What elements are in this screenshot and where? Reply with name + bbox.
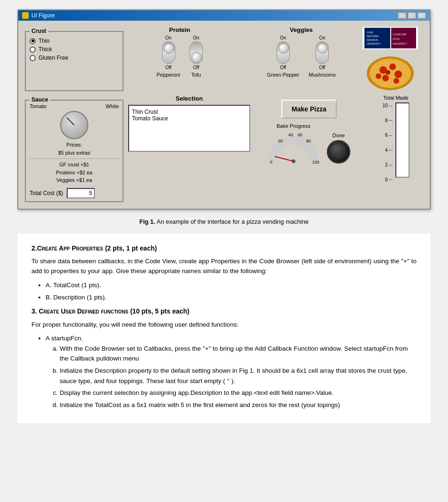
svg-text:80: 80 (306, 139, 311, 143)
veggies-header: Veggies (250, 26, 353, 33)
toggle-mush-off: Off (319, 65, 325, 70)
selection-line1: Thin Crust (132, 109, 247, 115)
toggle-pepperoni[interactable]: On Off (162, 35, 175, 70)
tick-mark-8 (389, 120, 393, 121)
selection-box[interactable]: Thin Crust Tomato Sauce (128, 105, 250, 152)
section2-heading: Create App Properties (37, 244, 103, 252)
topping-pepperoni: On Off Pepperoni (156, 35, 180, 78)
svg-point-25 (292, 159, 295, 163)
svg-text:STATE: STATE (393, 38, 400, 40)
tick-label-0: 0 (385, 178, 388, 182)
ruler-ticks: 10 8 6 4 (382, 102, 393, 182)
svg-point-10 (370, 59, 411, 88)
protein-toggles: On Off Pepperoni (128, 35, 231, 78)
price-line3: GF crust +$1 (30, 161, 119, 169)
window-title: UI Figure (31, 12, 54, 19)
sauce-white-label: White (106, 103, 119, 109)
crust-thin-label: Thin (39, 38, 49, 44)
sauce-panel: Sauce Tomato White Prices: $5 plus extra… (25, 100, 124, 202)
tick-label-4: 4 (385, 148, 388, 153)
ui-window: UI Figure — □ ✕ Crust Thin Thic (17, 9, 431, 210)
total-cost-label: Total Cost ($) (30, 190, 63, 196)
toggle-green-pepper[interactable]: On Off (277, 35, 290, 70)
price-line1: Prices: (30, 141, 119, 149)
titlebar-buttons: — □ ✕ (398, 12, 426, 19)
logo-box: CASE WESTERN RESERVE UNIVERSITY CLEVELAN… (362, 26, 418, 50)
sauce-label-row: Tomato White (30, 103, 119, 109)
section2-body: To share data between callbacks, in the … (31, 256, 417, 276)
sauce-label: Sauce (30, 96, 50, 103)
protein-header: Protein (128, 26, 231, 33)
topping-mush-name: Mushrooms (309, 72, 335, 78)
svg-line-24 (275, 157, 294, 161)
document-body: 2.Create App Properties (2 pts, 1 pt eac… (17, 234, 431, 424)
pizza-image (364, 54, 416, 91)
svg-text:CASE: CASE (367, 31, 373, 34)
titlebar-title: UI Figure (22, 12, 54, 19)
section3-title: 3. Create User Defined functions (10 pts… (31, 306, 417, 316)
toggle-mush-body[interactable] (316, 41, 329, 64)
radio-thick[interactable] (30, 47, 36, 53)
section2-item-b-label: B. (46, 294, 54, 301)
ruler-bar (395, 102, 409, 178)
svg-point-16 (394, 78, 399, 84)
svg-text:UNIVERSITY: UNIVERSITY (393, 42, 407, 45)
tick-label-10: 10 (382, 103, 387, 108)
tick-label-8: 8 (385, 118, 388, 123)
toggle-tofu[interactable]: On Off (190, 35, 203, 70)
done-light (327, 140, 350, 164)
close-button[interactable]: ✕ (417, 12, 426, 19)
university-logo: CASE WESTERN RESERVE UNIVERSITY CLEVELAN… (364, 28, 416, 48)
topping-green-pepper: On Off Green Pepper (267, 35, 299, 78)
crust-option-thick[interactable]: Thick (30, 46, 119, 53)
crust-label: Crust (30, 28, 48, 34)
tick-mark-10 (389, 106, 393, 106)
section2-item-a-text: TotalCost (1 pts). (53, 282, 101, 289)
section2-item-b: B. Description (1 pts). (46, 292, 417, 303)
sauce-dial[interactable] (60, 111, 88, 139)
section2-item-a-label: A. (46, 282, 53, 289)
price-line2: $5 plus extras (30, 149, 119, 157)
section3-list: A startupFcn. With the Code Browser set … (46, 333, 417, 410)
tick-2: 2 (385, 163, 394, 167)
topping-tofu: On Off Tofu (190, 35, 203, 78)
radio-gluten[interactable] (30, 55, 36, 61)
prices-text: Prices: $5 plus extras GF crust +$1 Prot… (30, 141, 119, 184)
section3-sublist-a: With the Code Browser set to Callbacks, … (60, 344, 417, 410)
fig-text: An example of the interface for a pizza … (155, 218, 309, 225)
crust-option-thin[interactable]: Thin (30, 38, 119, 44)
make-pizza-button[interactable]: Make Pizza (281, 100, 337, 118)
price-line4: Proteins +$2 ea (30, 169, 119, 177)
toggle-tofu-body[interactable] (190, 41, 203, 64)
toggle-gp-on: On (280, 35, 286, 40)
radio-thin[interactable] (30, 38, 36, 44)
section3-sub-b: Initialize the Description property to t… (60, 366, 417, 386)
crust-option-gluten[interactable]: Gluten Free (30, 55, 119, 61)
toggle-pepperoni-body[interactable] (162, 41, 175, 64)
prices-divider (30, 158, 119, 159)
section3-number: 3. (31, 307, 39, 315)
done-label: Done (332, 133, 345, 138)
svg-text:UNIVERSITY: UNIVERSITY (367, 42, 381, 45)
minimize-button[interactable]: — (398, 12, 406, 19)
selection-line2: Tomato Sauce (132, 115, 247, 122)
toggle-gp-body[interactable] (277, 41, 290, 64)
fig-label: Fig 1. (139, 218, 155, 225)
maximize-button[interactable]: □ (408, 12, 416, 19)
toggle-tofu-on: On (193, 35, 199, 40)
section2-number: 2. (31, 244, 37, 252)
ruler-body: 10 8 6 4 (382, 102, 409, 182)
total-cost-input[interactable] (67, 188, 95, 198)
toggle-mush-on: On (319, 35, 325, 40)
dial-indicator (67, 118, 75, 126)
svg-text:20: 20 (278, 139, 283, 143)
tick-4: 4 (385, 148, 394, 153)
section2-pts: (2 pts, 1 pt each) (103, 244, 157, 252)
protein-section: Protein On Off (128, 26, 231, 78)
gauge-container: Bake Progress 0 20 40 60 80 (268, 123, 319, 164)
topping-pepperoni-name: Pepperoni (156, 72, 180, 78)
toggle-mushrooms[interactable]: On Off (316, 35, 329, 70)
section3-sub-a: With the Code Browser set to Callbacks, … (60, 344, 417, 364)
bottom-section: Sauce Tomato White Prices: $5 plus extra… (25, 95, 423, 202)
svg-point-15 (376, 73, 381, 79)
